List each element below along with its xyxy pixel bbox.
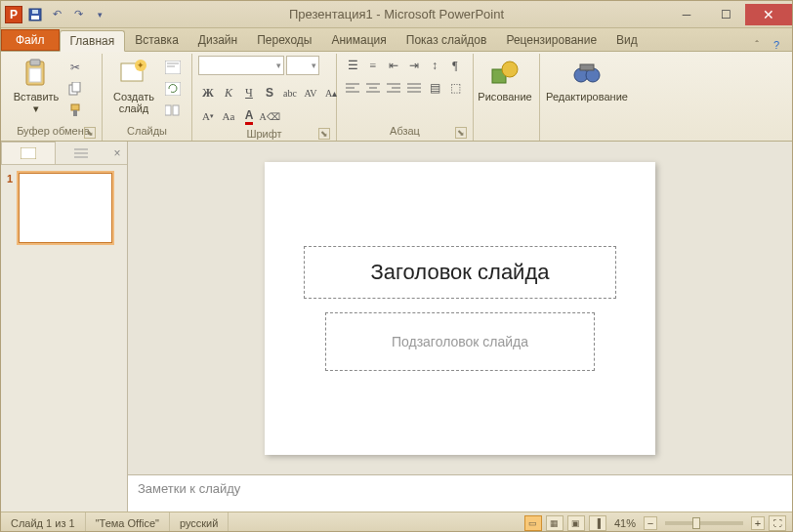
font-color-button[interactable]: A [239, 106, 259, 126]
copy-icon[interactable] [65, 79, 85, 99]
svg-rect-5 [29, 68, 41, 82]
slide[interactable]: Заголовок слайда Подзаголовок слайда [265, 162, 655, 455]
text-direction-button[interactable]: ¶ [445, 56, 465, 75]
reading-view-button[interactable]: ▣ [567, 515, 585, 531]
group-editing-label [546, 123, 628, 141]
zoom-out-button[interactable]: − [644, 516, 657, 530]
new-slide-label: Создать слайд [113, 91, 154, 114]
statusbar: Слайд 1 из 1 "Тема Office" русский ▭ ▦ ▣… [1, 512, 792, 532]
thumbnail-number: 1 [7, 173, 13, 243]
align-center-button[interactable] [363, 78, 383, 98]
svg-rect-4 [30, 60, 40, 65]
binoculars-icon [571, 58, 603, 89]
titlebar: P ↶ ↷ ▾ Презентация1 - Microsoft PowerPo… [1, 1, 792, 28]
zoom-in-button[interactable]: + [751, 516, 765, 530]
svg-rect-35 [580, 64, 594, 70]
qat-more-icon[interactable]: ▾ [91, 6, 108, 23]
section-icon[interactable] [163, 101, 183, 120]
dec-indent-button[interactable]: ⇤ [384, 56, 403, 75]
quick-access-toolbar: ↶ ↷ ▾ [26, 6, 108, 23]
bullets-button[interactable]: ☰ [343, 56, 362, 75]
tab-home[interactable]: Главная [60, 30, 126, 52]
group-paragraph-label: Абзац⬊ [343, 123, 467, 141]
new-slide-button[interactable]: ✦ Создать слайд [108, 56, 159, 114]
zoom-value[interactable]: 41% [614, 517, 636, 529]
redo-icon[interactable]: ↷ [69, 6, 87, 23]
slide-canvas[interactable]: Заголовок слайда Подзаголовок слайда [128, 142, 792, 474]
paste-button[interactable]: Вставить▾ [11, 56, 62, 114]
strike-button[interactable]: S [260, 83, 279, 102]
align-justify-button[interactable] [404, 78, 424, 98]
maximize-button[interactable]: ☐ [706, 4, 745, 25]
columns-button[interactable]: ▤ [425, 78, 444, 98]
font-family-combo[interactable] [198, 56, 284, 75]
thumbnail-pane: × 1 [1, 142, 128, 512]
layout-icon[interactable] [163, 58, 183, 77]
shadow-button[interactable]: abc [280, 83, 300, 102]
editing-button[interactable]: Редактирование [546, 56, 628, 102]
cut-icon[interactable]: ✂ [65, 58, 85, 77]
numbering-button[interactable]: ≡ [363, 56, 383, 75]
align-left-button[interactable] [343, 78, 362, 98]
svg-rect-2 [32, 10, 38, 14]
status-language[interactable]: русский [170, 512, 229, 532]
tab-view[interactable]: Вид [606, 29, 647, 51]
shapes-icon [489, 58, 521, 89]
help-icon[interactable]: ? [769, 39, 784, 51]
paste-label: Вставить▾ [14, 91, 60, 114]
tab-review[interactable]: Рецензирование [496, 29, 606, 51]
outline-tab[interactable] [56, 142, 108, 164]
font-struct-button[interactable]: A▾ [198, 106, 218, 126]
status-theme: "Тема Office" [86, 512, 170, 532]
app-icon: P [5, 6, 22, 23]
fit-window-button[interactable]: ⛶ [769, 515, 786, 531]
editing-label: Редактирование [546, 91, 628, 102]
bold-button[interactable]: Ж [198, 83, 218, 102]
close-button[interactable]: ✕ [745, 4, 792, 25]
format-painter-icon[interactable] [65, 101, 85, 120]
inc-indent-button[interactable]: ⇥ [404, 56, 424, 75]
normal-view-button[interactable]: ▭ [524, 515, 542, 531]
font-dialog-icon[interactable]: ⬊ [318, 128, 330, 140]
workarea: × 1 Заголовок слайда Подзаголовок слайда… [1, 142, 792, 512]
tab-transitions[interactable]: Переходы [247, 29, 321, 51]
change-case-button[interactable]: Aa [219, 106, 238, 126]
reset-icon[interactable] [163, 79, 183, 99]
tab-slideshow[interactable]: Показ слайдов [396, 29, 497, 51]
subtitle-placeholder[interactable]: Подзаголовок слайда [325, 312, 595, 371]
thumbnail-item[interactable]: 1 [7, 173, 121, 243]
svg-rect-8 [71, 104, 79, 110]
tab-design[interactable]: Дизайн [188, 29, 247, 51]
underline-button[interactable]: Ч [239, 83, 259, 102]
drawing-button[interactable]: Рисование [480, 56, 530, 102]
tab-insert[interactable]: Вставка [125, 29, 188, 51]
paragraph-dialog-icon[interactable]: ⬊ [455, 127, 467, 139]
line-spacing-button[interactable]: ↕ [425, 56, 444, 75]
tab-file[interactable]: Файл [1, 29, 60, 51]
close-pane-icon[interactable]: × [107, 146, 127, 160]
ribbon: Вставить▾ ✂ Буфер обмена⬊ ✦ Создать слай… [1, 52, 792, 142]
svg-rect-1 [31, 16, 39, 20]
title-placeholder[interactable]: Заголовок слайда [304, 246, 616, 299]
undo-icon[interactable]: ↶ [48, 6, 65, 23]
slideshow-view-button[interactable]: ▐ [589, 515, 606, 531]
zoom-slider[interactable] [665, 521, 743, 525]
minimize-ribbon-icon[interactable]: ˆ [749, 39, 765, 51]
char-spacing-button[interactable]: AV [301, 83, 320, 102]
slides-tab[interactable] [1, 142, 56, 164]
clipboard-icon [21, 58, 52, 89]
notes-pane[interactable]: Заметки к слайду [128, 474, 792, 512]
font-size-combo[interactable] [286, 56, 319, 75]
clipboard-dialog-icon[interactable]: ⬊ [84, 127, 96, 139]
svg-rect-13 [165, 61, 181, 74]
sorter-view-button[interactable]: ▦ [546, 515, 563, 531]
minimize-button[interactable]: ─ [667, 4, 706, 25]
tab-animation[interactable]: Анимация [321, 29, 396, 51]
clear-format-icon[interactable]: A⌫ [260, 106, 279, 126]
thumbnail-preview[interactable] [19, 173, 112, 243]
zoom-thumb[interactable] [692, 517, 700, 529]
italic-button[interactable]: К [219, 83, 238, 102]
save-icon[interactable] [26, 6, 44, 23]
smartart-button[interactable]: ⬚ [445, 78, 465, 98]
align-right-button[interactable] [384, 78, 403, 98]
